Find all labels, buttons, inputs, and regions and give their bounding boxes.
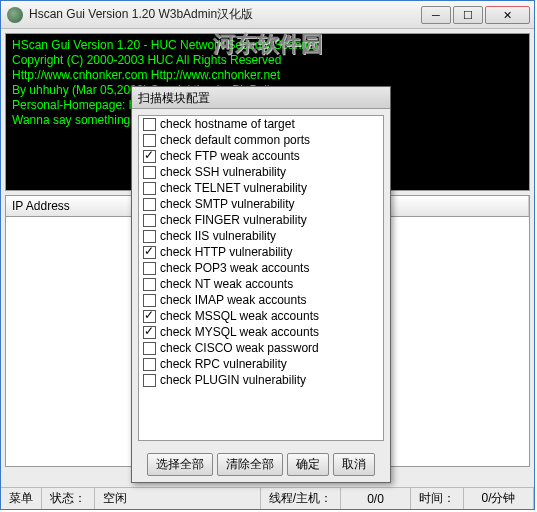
module-label: check PLUGIN vulnerability: [160, 373, 306, 387]
close-button[interactable]: ✕: [485, 6, 530, 24]
module-item[interactable]: check SSH vulnerability: [139, 164, 383, 180]
module-label: check TELNET vulnerability: [160, 181, 307, 195]
module-item[interactable]: check POP3 weak accounts: [139, 260, 383, 276]
window-title: Hscan Gui Version 1.20 W3bAdmin汉化版: [29, 6, 421, 23]
console-line: HScan Gui Version 1.20 - HUC Network Sec…: [12, 38, 523, 53]
module-item[interactable]: check PLUGIN vulnerability: [139, 372, 383, 388]
minimize-button[interactable]: ─: [421, 6, 451, 24]
module-label: check FINGER vulnerability: [160, 213, 307, 227]
module-item[interactable]: check FINGER vulnerability: [139, 212, 383, 228]
module-item[interactable]: check hostname of target: [139, 116, 383, 132]
module-checklist[interactable]: check hostname of targetcheck default co…: [138, 115, 384, 441]
checkbox[interactable]: [143, 262, 156, 275]
module-item[interactable]: check FTP weak accounts: [139, 148, 383, 164]
module-item[interactable]: check CISCO weak password: [139, 340, 383, 356]
checkbox[interactable]: [143, 198, 156, 211]
module-label: check hostname of target: [160, 117, 295, 131]
module-label: check FTP weak accounts: [160, 149, 300, 163]
ok-button[interactable]: 确定: [287, 453, 329, 476]
console-line: Http://www.cnhonker.com Http://www.cnhon…: [12, 68, 523, 83]
status-threads-value: 0/0: [341, 488, 411, 509]
checkbox[interactable]: [143, 150, 156, 163]
app-icon: [7, 7, 23, 23]
checkbox[interactable]: [143, 278, 156, 291]
checkbox[interactable]: [143, 374, 156, 387]
module-label: check POP3 weak accounts: [160, 261, 309, 275]
module-item[interactable]: check HTTP vulnerability: [139, 244, 383, 260]
status-time-label: 时间：: [411, 488, 464, 509]
module-item[interactable]: check default common ports: [139, 132, 383, 148]
module-item[interactable]: check TELNET vulnerability: [139, 180, 383, 196]
status-threads-label: 线程/主机：: [261, 488, 341, 509]
checkbox[interactable]: [143, 166, 156, 179]
checkbox[interactable]: [143, 118, 156, 131]
console-line: Copyright (C) 2000-2003 HUC All Rights R…: [12, 53, 523, 68]
window-controls: ─ ☐ ✕: [421, 6, 530, 24]
checkbox[interactable]: [143, 182, 156, 195]
module-label: check HTTP vulnerability: [160, 245, 293, 259]
module-label: check MYSQL weak accounts: [160, 325, 319, 339]
module-item[interactable]: check SMTP vulnerability: [139, 196, 383, 212]
cancel-button[interactable]: 取消: [333, 453, 375, 476]
module-label: check IIS vulnerability: [160, 229, 276, 243]
status-state-label: 状态：: [42, 488, 95, 509]
status-state-value: 空闲: [95, 488, 261, 509]
module-label: check SSH vulnerability: [160, 165, 286, 179]
module-label: check NT weak accounts: [160, 277, 293, 291]
checkbox[interactable]: [143, 214, 156, 227]
module-label: check IMAP weak accounts: [160, 293, 307, 307]
dialog-buttons: 选择全部 清除全部 确定 取消: [132, 447, 390, 482]
status-menu[interactable]: 菜单: [1, 488, 42, 509]
module-label: check default common ports: [160, 133, 310, 147]
maximize-button[interactable]: ☐: [453, 6, 483, 24]
status-time-value: 0/分钟: [464, 488, 534, 509]
checkbox[interactable]: [143, 134, 156, 147]
module-item[interactable]: check NT weak accounts: [139, 276, 383, 292]
checkbox[interactable]: [143, 342, 156, 355]
module-label: check SMTP vulnerability: [160, 197, 295, 211]
clear-all-button[interactable]: 清除全部: [217, 453, 283, 476]
module-label: check RPC vulnerability: [160, 357, 287, 371]
select-all-button[interactable]: 选择全部: [147, 453, 213, 476]
module-label: check MSSQL weak accounts: [160, 309, 319, 323]
dialog-title[interactable]: 扫描模块配置: [132, 87, 390, 109]
titlebar[interactable]: Hscan Gui Version 1.20 W3bAdmin汉化版 ─ ☐ ✕: [1, 1, 534, 29]
checkbox[interactable]: [143, 294, 156, 307]
checkbox[interactable]: [143, 310, 156, 323]
scan-module-dialog[interactable]: 扫描模块配置 check hostname of targetcheck def…: [131, 86, 391, 483]
statusbar: 菜单 状态： 空闲 线程/主机： 0/0 时间： 0/分钟: [1, 487, 534, 509]
module-item[interactable]: check IIS vulnerability: [139, 228, 383, 244]
module-item[interactable]: check MSSQL weak accounts: [139, 308, 383, 324]
module-label: check CISCO weak password: [160, 341, 319, 355]
checkbox[interactable]: [143, 326, 156, 339]
module-item[interactable]: check IMAP weak accounts: [139, 292, 383, 308]
module-item[interactable]: check RPC vulnerability: [139, 356, 383, 372]
checkbox[interactable]: [143, 246, 156, 259]
module-item[interactable]: check MYSQL weak accounts: [139, 324, 383, 340]
checkbox[interactable]: [143, 230, 156, 243]
checkbox[interactable]: [143, 358, 156, 371]
